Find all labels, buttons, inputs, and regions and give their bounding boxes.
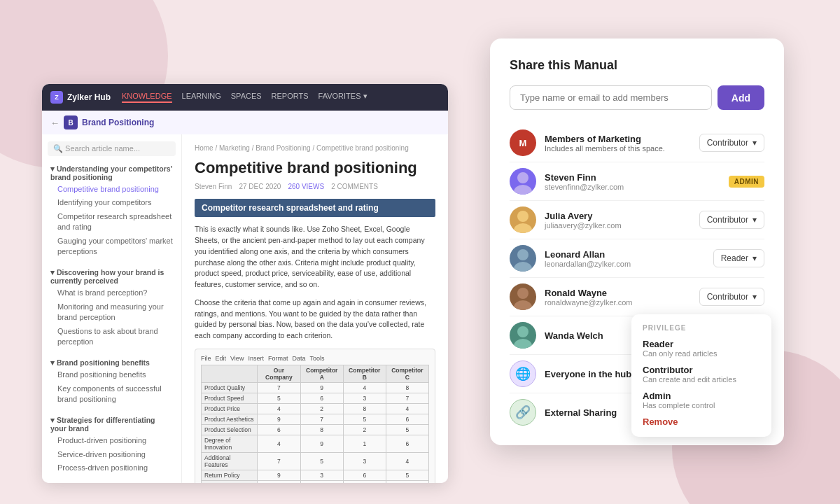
member-row-marketing: M Members of Marketing Includes all memb… [510,124,764,162]
svg-point-2 [517,211,528,222]
nav-reports[interactable]: REPORTS [272,92,309,103]
share-modal: Share this Manual Add M Members of Marke… [490,38,784,445]
svg-point-9 [514,339,532,349]
privilege-admin-name: Admin [643,391,760,401]
sidebar-link-gauging[interactable]: Gauging your competitors' market percept… [50,234,173,259]
everyone-icon: 🌐 [515,366,531,382]
member-info-leonard: Leonard Allan leonardallan@zylker.com [545,249,713,268]
nav-items: KNOWLEDGE LEARNING SPACES REPORTS FAVORI… [122,92,368,103]
svg-point-5 [514,262,532,272]
sidebar-link-key-components[interactable]: Key components of successful brand posit… [50,382,173,407]
privilege-contributor-desc: Can create and edit articles [643,375,760,384]
sidebar-section-title-1[interactable]: ▾ Understanding your competitors' brand … [50,164,173,181]
privilege-admin[interactable]: Admin Has complete control [643,391,760,410]
privilege-reader[interactable]: Reader Can only read articles [643,339,760,358]
privilege-remove[interactable]: Remove [643,416,760,427]
role-dropdown-ronald[interactable]: Contributor ▾ [699,288,764,306]
add-button[interactable]: Add [718,85,764,110]
sidebar-link-monitoring[interactable]: Monitoring and measuring your brand perc… [50,300,173,325]
external-icon: 🔗 [515,405,531,420]
privilege-contributor-name: Contributor [643,365,760,375]
content-area: 🔍 Search article name... ▾ Understanding… [42,134,448,483]
back-button[interactable]: ← [50,118,59,128]
member-name-ronald: Ronald Wayne [545,288,699,298]
sidebar-link-benefits[interactable]: Brand positioning benefits [50,368,173,382]
svg-point-4 [517,249,528,260]
app-logo: Z Zylker Hub [50,91,111,104]
sheet-table: Our Company Competitor A Competitor B Co… [201,365,429,483]
body-text-1: This is exactly what it sounds like. Use… [195,224,435,290]
member-info-steven: Steven Finn stevenfinn@zylker.com [545,172,729,191]
avatar-steven [510,168,536,195]
privilege-reader-name: Reader [643,339,760,349]
privilege-label: PRIVILEGE [643,324,760,332]
app-window: Z Zylker Hub KNOWLEDGE LEARNING SPACES R… [42,84,448,483]
meta-views: 260 VIEWS [288,183,324,190]
member-name-marketing: Members of Marketing [545,134,699,144]
table-row: Product Aesthetics9756 [202,414,429,424]
privilege-contributor[interactable]: Contributor Can create and edit articles [643,365,760,384]
member-search-input[interactable] [510,85,712,110]
member-name-leonard: Leonard Allan [545,249,713,260]
avatar-wanda [510,322,536,349]
avatar-ronald [510,284,536,310]
svg-point-6 [517,288,528,299]
sidebar-link-product[interactable]: Product-driven positioning [50,434,173,447]
svg-point-7 [514,300,532,310]
sidebar-link-competitive[interactable]: Competitive brand positioning [50,183,173,196]
member-email-leonard: leonardallan@zylker.com [545,260,713,268]
member-row-ronald: Ronald Wayne ronaldwayne@zylker.com Cont… [510,278,764,316]
spreadsheet: File Edit View Insert Format Data Tools … [195,349,435,483]
member-email-ronald: ronaldwayne@zylker.com [545,298,699,307]
privilege-reader-desc: Can only read articles [643,349,760,358]
sheet-toolbar: File Edit View Insert Format Data Tools [201,355,429,362]
avatar-external: 🔗 [510,399,536,426]
breadcrumb-bar: ← B Brand Positioning [42,111,448,134]
sidebar-section-1: ▾ Understanding your competitors' brand … [42,162,181,261]
member-sub-marketing: Includes all members of this space. [545,144,699,153]
sidebar-section-title-2[interactable]: ▾ Discovering how your brand is currentl… [50,268,173,285]
svg-point-8 [517,326,528,337]
nav-knowledge[interactable]: KNOWLEDGE [122,92,172,103]
main-content: Home / Marketing / Brand Positioning / C… [182,134,448,483]
sidebar: 🔍 Search article name... ▾ Understanding… [42,134,182,483]
nav-spaces[interactable]: SPACES [231,92,262,103]
sidebar-link-questions[interactable]: Questions to ask about brand perception [50,325,173,349]
privilege-dropdown: PRIVILEGE Reader Can only read articles … [631,314,771,437]
table-row: Return Policy9365 [202,470,429,480]
sidebar-link-identifying[interactable]: Identifying your competitors [50,196,173,209]
member-row-leonard: Leonard Allan leonardallan@zylker.com Re… [510,239,764,278]
member-name-julia: Julia Avery [545,211,699,221]
sidebar-section-title-3[interactable]: ▾ Brand positioning benefits [50,358,173,367]
table-row: Degree of Innovation4916 [202,435,429,452]
sidebar-section-title-4[interactable]: ▾ Strategies for differentiating your br… [50,416,173,433]
app-navbar: Z Zylker Hub KNOWLEDGE LEARNING SPACES R… [42,84,448,111]
table-row: Product Quality7948 [202,382,429,393]
page-meta: Steven Finn 27 DEC 2020 260 VIEWS 2 COMM… [195,183,435,190]
svg-point-0 [517,172,528,183]
page-breadcrumb: Home / Marketing / Brand Positioning / C… [195,144,435,152]
breadcrumb-title: Brand Positioning [82,118,154,127]
nav-learning[interactable]: LEARNING [182,92,221,103]
section-heading: Competitor research spreadsheet and rati… [195,199,435,217]
sidebar-link-perception[interactable]: What is brand perception? [50,286,173,300]
sheet-header-row [202,365,258,382]
table-row: Product Selection6825 [202,424,429,435]
sidebar-search[interactable]: 🔍 Search article name... [48,141,176,156]
sidebar-link-service[interactable]: Service-driven positioning [50,448,173,461]
table-row: Customer Service9543 [202,480,429,483]
role-dropdown-leonard[interactable]: Reader ▾ [713,249,764,267]
nav-favorites[interactable]: FAVORITES ▾ [318,92,368,103]
member-name-steven: Steven Finn [545,172,729,183]
sidebar-link-research[interactable]: Competitor research spreadsheet and rati… [50,210,173,234]
role-dropdown-marketing[interactable]: Contributor ▾ [699,134,764,152]
modal-title: Share this Manual [510,58,764,73]
admin-badge-steven: ADMIN [729,176,764,188]
svg-point-1 [514,185,532,195]
logo-icon: Z [50,91,63,104]
role-dropdown-julia[interactable]: Contributor ▾ [699,211,764,229]
sheet-col-a: Competitor A [300,365,343,382]
sidebar-link-process[interactable]: Process-driven positioning [50,461,173,475]
avatar-everyone: 🌐 [510,360,536,387]
sidebar-section-3: ▾ Brand positioning benefits Brand posit… [42,356,181,409]
